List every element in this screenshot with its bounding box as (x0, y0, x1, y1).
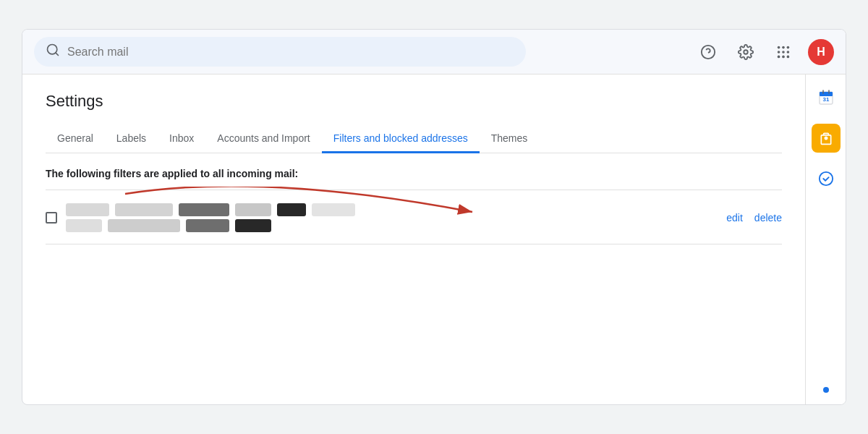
redacted-match-3 (179, 203, 229, 216)
tabs: General Labels Inbox Accounts and Import… (46, 125, 782, 153)
filter-content (66, 203, 718, 232)
tab-general[interactable]: General (46, 125, 105, 153)
svg-line-1 (56, 53, 59, 56)
redacted-action-4 (235, 219, 271, 232)
redacted-match-1 (66, 203, 109, 216)
svg-point-12 (782, 55, 785, 58)
filter-actions: edit delete (726, 212, 782, 224)
svg-point-6 (782, 46, 785, 48)
filter-action-row (66, 219, 718, 232)
tab-inbox[interactable]: Inbox (158, 125, 205, 153)
filter-row: edit delete (46, 197, 782, 238)
tab-accounts[interactable]: Accounts and Import (205, 125, 321, 153)
redacted-action-2 (108, 219, 180, 232)
search-input[interactable] (67, 46, 514, 59)
svg-point-11 (778, 55, 780, 58)
settings-panel: Settings General Labels Inbox Accounts a… (22, 75, 805, 404)
search-icon (46, 43, 60, 61)
redacted-match-4 (235, 203, 271, 216)
apps-button[interactable] (770, 39, 796, 65)
filter-divider (46, 190, 782, 190)
calendar-icon[interactable]: 31 (812, 83, 841, 112)
keep-icon[interactable] (812, 124, 841, 153)
svg-point-4 (744, 50, 748, 54)
settings-button[interactable] (733, 39, 759, 65)
search-bar[interactable] (34, 37, 526, 67)
redacted-action-3 (186, 219, 229, 232)
redacted-action-1 (66, 219, 102, 232)
sidebar-dot (823, 387, 829, 393)
svg-text:31: 31 (822, 96, 829, 103)
delete-link[interactable]: delete (754, 212, 782, 224)
filter-checkbox[interactable] (46, 212, 57, 224)
svg-point-5 (778, 46, 780, 48)
filter-match-row (66, 203, 718, 216)
settings-title: Settings (46, 92, 782, 111)
topbar-actions: H (695, 39, 834, 65)
svg-point-9 (782, 51, 785, 54)
topbar: H (22, 30, 846, 75)
redacted-match-5 (277, 203, 306, 216)
svg-point-10 (787, 51, 790, 54)
bottom-divider (46, 244, 782, 244)
filter-heading: The following filters are applied to all… (46, 168, 782, 179)
svg-point-7 (787, 46, 790, 48)
svg-point-8 (778, 51, 780, 54)
edit-link[interactable]: edit (726, 212, 743, 224)
main-content: Settings General Labels Inbox Accounts a… (22, 75, 846, 404)
svg-point-13 (787, 55, 790, 58)
tab-labels[interactable]: Labels (105, 125, 158, 153)
redacted-match-2 (115, 203, 173, 216)
redacted-match-6 (312, 203, 355, 216)
svg-point-20 (819, 172, 832, 185)
right-sidebar: 31 (805, 75, 846, 404)
avatar[interactable]: H (808, 39, 834, 65)
tab-themes[interactable]: Themes (480, 125, 540, 153)
tab-filters[interactable]: Filters and blocked addresses (322, 125, 480, 153)
tasks-icon[interactable] (812, 164, 841, 193)
filter-row-container: edit delete (46, 197, 782, 238)
help-button[interactable] (695, 39, 721, 65)
